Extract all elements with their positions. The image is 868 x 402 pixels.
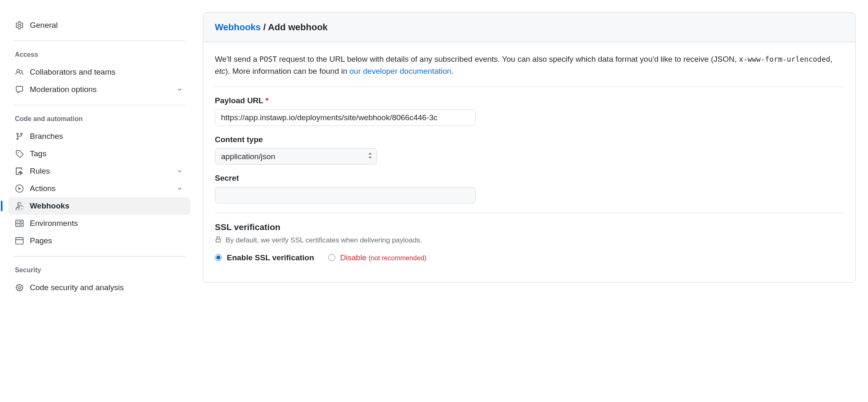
sidebar-item-rules[interactable]: Rules bbox=[8, 162, 190, 180]
sidebar-heading-security: Security bbox=[8, 263, 190, 277]
ssl-disable-radio[interactable] bbox=[328, 254, 335, 261]
lock-icon bbox=[215, 236, 221, 245]
sidebar-heading-code: Code and automation bbox=[8, 112, 190, 126]
sidebar-item-branches[interactable]: Branches bbox=[8, 128, 190, 145]
ssl-disable-label: Disable (not recommended) bbox=[340, 253, 426, 262]
play-icon bbox=[15, 184, 24, 193]
sidebar-item-label: Branches bbox=[30, 132, 184, 141]
content-type-group: Content type application/json bbox=[215, 135, 844, 165]
payload-url-group: Payload URL * bbox=[215, 96, 844, 126]
rules-icon bbox=[15, 167, 24, 176]
sidebar-heading-access: Access bbox=[8, 48, 190, 62]
sidebar-item-environments[interactable]: Environments bbox=[8, 215, 190, 232]
panel-body: We'll send a POST request to the URL bel… bbox=[203, 42, 855, 282]
sidebar-item-pages[interactable]: Pages bbox=[8, 232, 190, 249]
sidebar-item-collaborators[interactable]: Collaborators and teams bbox=[8, 63, 190, 81]
sidebar-item-label: Pages bbox=[30, 236, 184, 245]
intro-text: We'll send a POST request to the URL bel… bbox=[215, 53, 844, 77]
ssl-enable-option[interactable]: Enable SSL verification bbox=[215, 253, 314, 262]
secret-label: Secret bbox=[215, 174, 844, 183]
breadcrumb-current: Add webhook bbox=[268, 22, 327, 32]
sidebar-item-moderation[interactable]: Moderation options bbox=[8, 81, 190, 98]
divider bbox=[215, 87, 844, 87]
payload-url-label: Payload URL * bbox=[215, 96, 844, 105]
code-urlencoded: x-www-form-urlencoded bbox=[739, 55, 830, 63]
chevron-down-icon bbox=[176, 185, 184, 192]
docs-link[interactable]: our developer documentation bbox=[349, 67, 451, 75]
ssl-enable-radio[interactable] bbox=[215, 254, 222, 261]
chevron-down-icon bbox=[176, 167, 184, 175]
comment-icon bbox=[15, 85, 24, 94]
divider bbox=[215, 213, 844, 213]
browser-icon bbox=[15, 236, 24, 245]
content-type-label: Content type bbox=[215, 135, 844, 144]
ssl-heading: SSL verification bbox=[215, 222, 844, 232]
sidebar-item-label: Code security and analysis bbox=[30, 283, 184, 292]
sidebar-item-label: Environments bbox=[30, 219, 184, 228]
content-type-select[interactable]: application/json bbox=[215, 148, 377, 165]
tag-icon bbox=[15, 149, 24, 158]
settings-sidebar: General Access Collaborators and teams M… bbox=[0, 0, 199, 402]
ssl-enable-label: Enable SSL verification bbox=[227, 253, 314, 262]
sidebar-item-label: Actions bbox=[30, 184, 176, 193]
breadcrumb-root-link[interactable]: Webhooks bbox=[215, 22, 261, 32]
breadcrumb-sep: / bbox=[261, 22, 268, 32]
sidebar-item-actions[interactable]: Actions bbox=[8, 180, 190, 197]
chevron-down-icon bbox=[176, 86, 184, 93]
gear-icon bbox=[15, 21, 24, 30]
server-icon bbox=[15, 219, 24, 228]
divider bbox=[13, 256, 185, 257]
code-post: POST bbox=[260, 55, 277, 63]
ssl-radio-row: Enable SSL verification Disable (not rec… bbox=[215, 253, 844, 262]
ssl-disable-option[interactable]: Disable (not recommended) bbox=[328, 253, 426, 262]
required-marker: * bbox=[265, 96, 268, 105]
sidebar-item-general[interactable]: General bbox=[8, 17, 190, 34]
payload-url-input[interactable] bbox=[215, 109, 476, 126]
sidebar-item-label: General bbox=[30, 21, 184, 30]
main-content: Webhooks / Add webhook We'll send a POST… bbox=[199, 0, 868, 402]
sidebar-item-label: Tags bbox=[30, 149, 184, 158]
sidebar-item-label: Webhooks bbox=[30, 201, 184, 211]
people-icon bbox=[15, 68, 24, 77]
webhook-panel: Webhooks / Add webhook We'll send a POST… bbox=[203, 12, 856, 283]
shield-icon bbox=[15, 283, 24, 292]
sidebar-item-label: Collaborators and teams bbox=[30, 68, 184, 77]
ssl-note: By default, we verify SSL certificates w… bbox=[215, 236, 844, 245]
secret-group: Secret bbox=[215, 174, 844, 203]
secret-input[interactable] bbox=[215, 187, 476, 203]
sidebar-item-code-security[interactable]: Code security and analysis bbox=[8, 279, 190, 296]
ssl-note-text: By default, we verify SSL certificates w… bbox=[226, 236, 422, 245]
svg-point-1 bbox=[18, 286, 21, 289]
breadcrumb: Webhooks / Add webhook bbox=[203, 13, 855, 42]
sidebar-item-label: Rules bbox=[30, 167, 176, 176]
sidebar-item-webhooks[interactable]: Webhooks bbox=[8, 197, 190, 215]
sidebar-item-label: Moderation options bbox=[30, 85, 176, 94]
ssl-group: SSL verification By default, we verify S… bbox=[215, 222, 844, 262]
sidebar-item-tags[interactable]: Tags bbox=[8, 145, 190, 162]
divider bbox=[13, 105, 185, 105]
divider bbox=[13, 41, 185, 41]
branch-icon bbox=[15, 132, 24, 141]
webhook-icon bbox=[15, 201, 24, 211]
